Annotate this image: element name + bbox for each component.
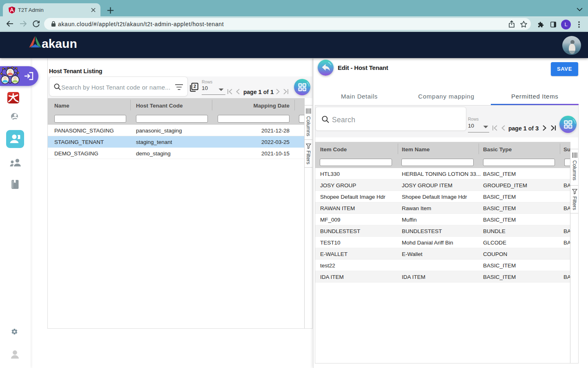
svg-text:2: 2	[194, 84, 196, 89]
